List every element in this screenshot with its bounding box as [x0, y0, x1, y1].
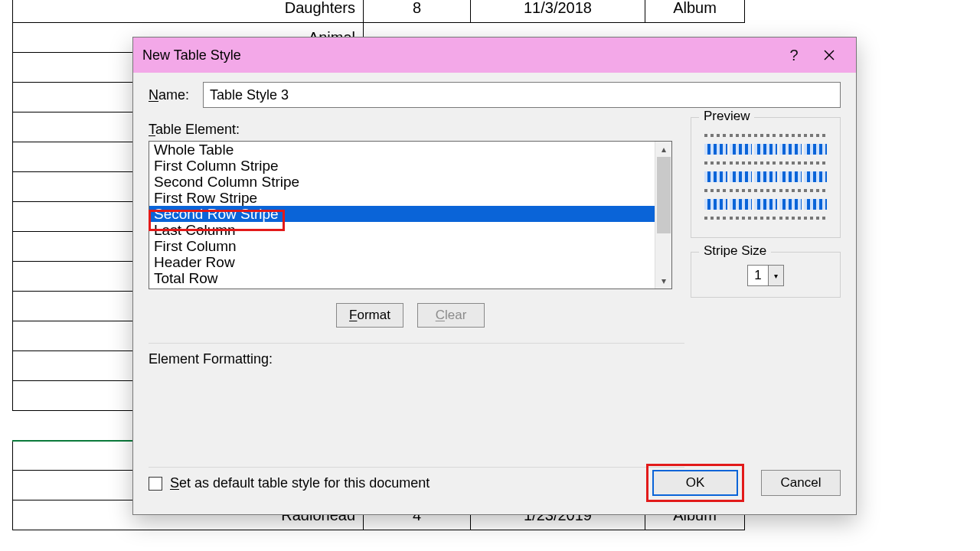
- list-item[interactable]: Total Row: [149, 270, 655, 286]
- stripe-size-title: Stripe Size: [699, 243, 771, 259]
- table-element-listbox[interactable]: Whole TableFirst Column StripeSecond Col…: [149, 141, 672, 289]
- dialog-title: New Table Style: [142, 47, 241, 64]
- scroll-up-icon[interactable]: ▴: [655, 142, 672, 157]
- dialog-titlebar: New Table Style ?: [133, 37, 856, 73]
- scroll-thumb[interactable]: [657, 157, 671, 233]
- ok-highlight: OK: [646, 464, 744, 502]
- chevron-down-icon[interactable]: ▾: [769, 265, 784, 286]
- list-item[interactable]: Second Row Stripe: [149, 206, 655, 222]
- list-item[interactable]: Whole Table: [149, 142, 655, 158]
- name-label: Name:: [149, 87, 189, 103]
- default-style-checkbox[interactable]: [149, 477, 162, 491]
- list-item[interactable]: First Column Stripe: [149, 158, 655, 174]
- list-item[interactable]: First Column: [149, 238, 655, 254]
- close-icon: [823, 49, 835, 61]
- ok-button[interactable]: OK: [652, 470, 738, 496]
- table-element-label: Table Element:: [149, 122, 684, 138]
- preview-group: Preview: [691, 117, 841, 238]
- element-formatting-label: Element Formatting:: [149, 351, 684, 367]
- style-name-input[interactable]: [203, 82, 841, 108]
- stripe-size-spinner[interactable]: ▾: [747, 265, 784, 286]
- separator: [149, 343, 684, 344]
- table-row: Daughters811/3/2018Album: [0, 0, 980, 23]
- list-item[interactable]: First Row Stripe: [149, 190, 655, 206]
- element-formatting-area: [149, 367, 684, 452]
- cancel-button[interactable]: Cancel: [761, 470, 841, 496]
- scroll-down-icon[interactable]: ▾: [655, 273, 672, 289]
- listbox-scrollbar[interactable]: ▴ ▾: [655, 142, 671, 289]
- format-button[interactable]: Format: [336, 303, 403, 328]
- stripe-size-group: Stripe Size ▾: [691, 252, 841, 298]
- new-table-style-dialog: New Table Style ? Name: Table Element: W…: [132, 37, 857, 515]
- list-item[interactable]: Last Column: [149, 222, 655, 238]
- help-button[interactable]: ?: [776, 37, 812, 73]
- list-item[interactable]: Header Row: [149, 254, 655, 270]
- close-button[interactable]: [812, 37, 847, 73]
- separator: [149, 467, 684, 468]
- preview-title: Preview: [699, 109, 754, 124]
- preview-miniature: [704, 130, 827, 227]
- clear-button[interactable]: Clear: [417, 303, 485, 328]
- stripe-size-input[interactable]: [747, 265, 769, 286]
- default-style-label: Set as default table style for this docu…: [170, 475, 430, 491]
- list-item[interactable]: Second Column Stripe: [149, 174, 655, 190]
